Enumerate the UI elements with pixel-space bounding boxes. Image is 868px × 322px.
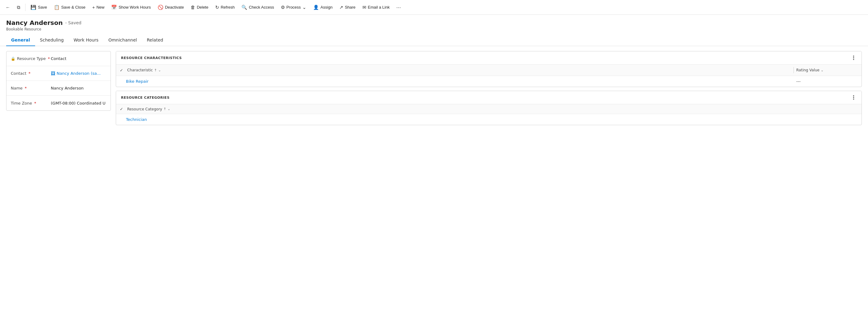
timezone-value[interactable]: (GMT-08:00) Coordinated U [51, 101, 106, 106]
refresh-button[interactable]: ↻ Refresh [212, 3, 238, 12]
lock-icon: 🔒 [11, 57, 16, 61]
field-row-contact: Contact * 🖼 Nancy Anderson (sa... [6, 66, 111, 81]
resource-category-col-header: Resource Category ↑ ⌄ [127, 107, 858, 111]
bike-repair-characteristic: Bike Repair [126, 79, 796, 84]
resource-type-label: 🔒 Resource Type * [11, 56, 51, 61]
tab-related[interactable]: Related [142, 34, 168, 46]
save-icon: 💾 [30, 5, 36, 10]
deactivate-label: Deactivate [165, 5, 184, 9]
tab-omnichannel[interactable]: Omnichannel [103, 34, 142, 46]
characteristic-row-bike-repair: Bike Repair --- [116, 76, 862, 87]
check-access-label: Check Access [249, 5, 274, 9]
share-label: Share [345, 5, 355, 9]
characteristic-col-label: Characteristic [127, 68, 153, 72]
show-work-hours-button[interactable]: 📅 Show Work Hours [108, 3, 154, 12]
resource-category-col-label: Resource Category [127, 107, 162, 111]
share-button[interactable]: ↗ Share [336, 3, 359, 12]
email-link-label: Email a Link [368, 5, 390, 9]
save-button[interactable]: 💾 Save [27, 3, 50, 12]
categories-more-button[interactable]: ⋮ [851, 95, 857, 100]
more-button[interactable]: ⋯ [393, 3, 404, 12]
popout-button[interactable]: ⧉ [14, 3, 23, 12]
save-close-button[interactable]: 📋 Save & Close [51, 3, 89, 12]
delete-button[interactable]: 🗑 Delete [188, 3, 212, 12]
resource-type-required: * [48, 56, 50, 61]
resource-characteristics-header: RESOURCE CHARACTERISTICS ⋮ [116, 51, 862, 65]
timezone-label: Time Zone * [11, 101, 51, 106]
resource-type-value[interactable]: Contact [51, 56, 106, 61]
contact-link-icon: 🖼 [51, 71, 55, 76]
rating-chevron-icon[interactable]: ⌄ [820, 68, 823, 72]
save-close-label: Save & Close [61, 5, 86, 9]
contact-value[interactable]: 🖼 Nancy Anderson (sa... [51, 71, 106, 76]
characteristic-sort-icon[interactable]: ↑ [154, 68, 157, 72]
category-row-technician: Technician [116, 114, 862, 125]
field-row-timezone: Time Zone * (GMT-08:00) Coordinated U [6, 96, 111, 110]
new-label: New [96, 5, 104, 9]
name-required: * [25, 86, 27, 91]
characteristics-grid-header: ✓ Characteristic ↑ ⌄ Rating Value ⌄ [116, 65, 862, 76]
page-saved-status: - Saved [65, 20, 82, 25]
right-panel: RESOURCE CHARACTERISTICS ⋮ ✓ Characteris… [116, 51, 862, 129]
field-row-resource-type: 🔒 Resource Type * Contact [6, 51, 111, 66]
more-icon: ⋯ [396, 5, 401, 10]
resource-category-chevron-icon[interactable]: ⌄ [167, 107, 170, 111]
page-header: Nancy Anderson - Saved Bookable Resource [0, 15, 868, 31]
tab-scheduling[interactable]: Scheduling [35, 34, 69, 46]
new-icon: + [92, 5, 95, 10]
tab-general[interactable]: General [6, 34, 35, 46]
categories-check-icon: ✓ [120, 107, 123, 111]
name-label: Name * [11, 86, 51, 91]
show-work-hours-label: Show Work Hours [119, 5, 151, 9]
back-icon: ← [5, 5, 10, 10]
refresh-label: Refresh [221, 5, 235, 9]
categories-select-all[interactable]: ✓ [120, 107, 126, 111]
deactivate-button[interactable]: 🚫 Deactivate [155, 3, 187, 12]
technician-category: Technician [126, 117, 858, 122]
delete-label: Delete [197, 5, 209, 9]
assign-icon: 👤 [313, 5, 319, 10]
left-panel: 🔒 Resource Type * Contact Contact * 🖼 Na… [6, 51, 111, 129]
characteristics-more-button[interactable]: ⋮ [851, 55, 857, 61]
characteristic-col-header: Characteristic ↑ ⌄ [127, 68, 791, 72]
process-label: Process [286, 5, 301, 9]
show-work-hours-icon: 📅 [111, 5, 117, 10]
resource-categories-section: RESOURCE CATEGORIES ⋮ ✓ Resource Categor… [116, 91, 862, 125]
tabs-container: General Scheduling Work Hours Omnichanne… [0, 34, 868, 46]
bike-repair-link[interactable]: Bike Repair [126, 79, 148, 84]
main-content: 🔒 Resource Type * Contact Contact * 🖼 Na… [0, 46, 868, 134]
process-chevron-icon: ⌄ [302, 5, 306, 10]
resource-categories-title: RESOURCE CATEGORIES [121, 96, 170, 100]
toolbar-separator-1 [25, 4, 26, 11]
resource-characteristics-section: RESOURCE CHARACTERISTICS ⋮ ✓ Characteris… [116, 51, 862, 87]
name-value[interactable]: Nancy Anderson [51, 86, 106, 91]
share-icon: ↗ [339, 5, 343, 10]
field-row-name: Name * Nancy Anderson [6, 81, 111, 96]
rating-col-header: Rating Value ⌄ [796, 68, 858, 72]
characteristics-check-icon: ✓ [120, 68, 123, 73]
rating-col-label: Rating Value [796, 68, 819, 72]
new-button[interactable]: + New [89, 3, 107, 12]
page-subtitle: Bookable Resource [6, 27, 862, 31]
tab-work-hours[interactable]: Work Hours [69, 34, 103, 46]
characteristic-chevron-icon[interactable]: ⌄ [158, 68, 161, 72]
email-link-button[interactable]: ✉ Email a Link [359, 3, 393, 12]
check-access-button[interactable]: 🔍 Check Access [238, 3, 277, 12]
grid-col-divider [794, 67, 794, 73]
refresh-icon: ↻ [215, 5, 219, 10]
check-access-icon: 🔍 [241, 5, 247, 10]
resource-characteristics-title: RESOURCE CHARACTERISTICS [121, 56, 182, 60]
process-button[interactable]: ⚙ Process ⌄ [278, 3, 309, 12]
general-form-section: 🔒 Resource Type * Contact Contact * 🖼 Na… [6, 51, 111, 111]
assign-button[interactable]: 👤 Assign [310, 3, 336, 12]
back-button[interactable]: ← [2, 3, 13, 12]
categories-grid-header: ✓ Resource Category ↑ ⌄ [116, 104, 862, 114]
contact-label: Contact * [11, 71, 51, 76]
characteristics-select-all[interactable]: ✓ [120, 68, 126, 73]
resource-category-sort-icon[interactable]: ↑ [163, 107, 166, 111]
technician-link[interactable]: Technician [126, 117, 147, 122]
contact-required: * [29, 71, 31, 76]
assign-label: Assign [320, 5, 333, 9]
resource-categories-header: RESOURCE CATEGORIES ⋮ [116, 91, 862, 104]
bike-repair-rating: --- [796, 79, 858, 84]
